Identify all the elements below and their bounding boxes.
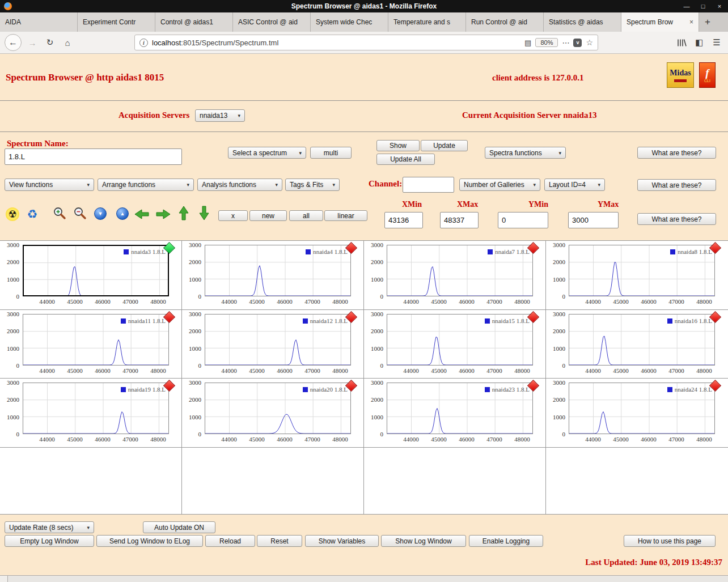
x-axis-label: 48000 [510, 436, 535, 443]
button-label: x [231, 212, 235, 220]
arrange-functions-dropdown[interactable]: Arrange functions▾ [98, 179, 194, 191]
minimize-button[interactable]: — [683, 3, 691, 10]
update-button[interactable]: Update [421, 140, 468, 151]
home-button[interactable]: ⌂ [61, 36, 74, 49]
reset-button[interactable]: Reset [257, 535, 302, 547]
linear-button[interactable]: linear [324, 210, 367, 221]
empty-log-window-button[interactable]: Empty Log Window [5, 535, 94, 547]
chart-cell-nnaida16[interactable]: 3000200010000nnaida16 1.8.L4400045000460… [546, 310, 728, 379]
legend-label: nnaida11 1.8.L [128, 317, 166, 324]
midas-logo-text: Midas [670, 69, 691, 78]
scroll-up-icon[interactable]: ▲ [116, 207, 129, 220]
acquisition-server-select[interactable]: nnaida13 ▾ [195, 109, 245, 122]
x-button[interactable]: x [218, 210, 248, 221]
tab-control-aidas1[interactable]: Control @ aidas1 [155, 12, 233, 32]
analysis-functions-dropdown[interactable]: Analysis functions▾ [197, 179, 282, 191]
how-to-use-button[interactable]: How to use this page [624, 535, 716, 547]
scroll-down-icon[interactable]: ▼ [94, 207, 107, 220]
move-right-icon[interactable] [155, 209, 171, 220]
multi-button[interactable]: multi [310, 147, 352, 159]
new-button[interactable]: new [249, 210, 287, 221]
what-are-these-button-3[interactable]: What are these? [637, 213, 716, 225]
zoom-in-icon[interactable] [52, 206, 67, 220]
radiation-icon[interactable]: ☢ [6, 207, 19, 221]
reader-mode-icon[interactable]: ▤ [524, 39, 531, 47]
chart-cell-nnaida4[interactable]: 3000200010000nnaida4 1.8.L44000450004600… [182, 241, 364, 310]
tab-close-icon[interactable]: × [689, 18, 693, 26]
menu-icon[interactable]: ☰ [710, 36, 723, 49]
ymax-input[interactable] [568, 212, 619, 228]
chart-cell-nnaida20[interactable]: 3000200010000nnaida20 1.8.L4400045000460… [182, 379, 364, 448]
update-rate-dropdown[interactable]: Update Rate (8 secs)▾ [5, 521, 94, 533]
tab-statistics-aidas[interactable]: Statistics @ aidas [544, 12, 621, 32]
legend-label: nnaida4 1.8.L [313, 248, 348, 255]
reload-button[interactable]: Reload [205, 535, 255, 547]
select-spectrum-dropdown[interactable]: Select a spectrum ▾ [228, 147, 306, 159]
all-button[interactable]: all [289, 210, 323, 221]
layout-id-dropdown[interactable]: Layout ID=4▾ [544, 179, 605, 191]
horizontal-scrollbar[interactable] [0, 575, 728, 582]
enable-logging-button[interactable]: Enable Logging [469, 535, 543, 547]
update-all-button[interactable]: Update All [376, 154, 435, 165]
tags-fits-dropdown[interactable]: Tags & Fits▾ [285, 179, 340, 191]
chart-cell-nnaida7[interactable]: 3000200010000nnaida7 1.8.L44000450004600… [364, 241, 546, 310]
what-are-these-button-1[interactable]: What are these? [637, 147, 716, 159]
tab-run-control-aid[interactable]: Run Control @ aid [466, 12, 544, 32]
legend-label: nnaida7 1.8.L [495, 248, 530, 255]
button-label: Send Log Window to ELog [109, 537, 190, 545]
pocket-icon[interactable]: v [573, 39, 582, 47]
chart-cell-nnaida3[interactable]: 3000200010000nnaida3 1.8.L44000450004600… [0, 241, 182, 310]
tab-temperature-and-s[interactable]: Temperature and s [388, 12, 466, 32]
show-variables-button[interactable]: Show Variables [305, 535, 379, 547]
chart-cell-nnaida8[interactable]: 3000200010000nnaida8 1.8.L44000450004600… [546, 241, 728, 310]
spectra-functions-dropdown[interactable]: Spectra functions ▾ [485, 147, 566, 159]
chart-cell-nnaida19[interactable]: 3000200010000nnaida19 1.8.L4400045000460… [0, 379, 182, 448]
tab-system-wide-chec[interactable]: System wide Chec [311, 12, 388, 32]
chart-cell-nnaida12[interactable]: 3000200010000nnaida12 1.8.L4400045000460… [182, 310, 364, 379]
tab-experiment-contr[interactable]: Experiment Contr [78, 12, 155, 32]
move-left-icon[interactable] [134, 209, 150, 220]
zoom-out-icon[interactable] [73, 206, 87, 220]
site-info-icon[interactable]: i [139, 39, 148, 47]
show-button[interactable]: Show [376, 140, 420, 151]
caret-icon: ▾ [598, 182, 600, 188]
view-functions-dropdown[interactable]: View functions▾ [5, 179, 94, 191]
tab-aida[interactable]: AIDA [0, 12, 78, 32]
forward-button[interactable]: → [26, 36, 39, 49]
tab-asic-control-aid[interactable]: ASIC Control @ aid [233, 12, 311, 32]
x-axis-label: 48000 [510, 298, 535, 305]
spectrum-name-input[interactable] [5, 148, 182, 165]
xmin-input[interactable] [384, 212, 423, 228]
close-button[interactable]: × [716, 3, 723, 10]
x-axis-label: 46000 [454, 298, 479, 305]
ymin-input[interactable] [498, 212, 548, 228]
chart-cell-nnaida24[interactable]: 3000200010000nnaida24 1.8.L4400045000460… [546, 379, 728, 448]
send-log-window-to-elog-button[interactable]: Send Log Window to ELog [96, 535, 203, 547]
recycle-icon[interactable]: ♻ [25, 207, 40, 222]
button-label: Reload [219, 537, 241, 545]
back-button[interactable]: ← [5, 34, 22, 51]
chart-cell-nnaida23[interactable]: 3000200010000nnaida23 1.8.L4400045000460… [364, 379, 546, 448]
number-of-galleries-dropdown[interactable]: Number of Galleries▾ [459, 179, 540, 191]
bookmark-star-icon[interactable]: ☆ [586, 38, 593, 47]
divider [0, 131, 728, 132]
maximize-button[interactable]: □ [699, 3, 707, 10]
chart-cell-nnaida15[interactable]: 3000200010000nnaida15 1.8.L4400045000460… [364, 310, 546, 379]
what-are-these-button-2[interactable]: What are these? [637, 179, 716, 191]
show-log-window-button[interactable]: Show Log Window [381, 535, 466, 547]
reload-button[interactable]: ↻ [43, 36, 57, 49]
channel-input[interactable] [403, 177, 454, 193]
chart-cell-nnaida11[interactable]: 3000200010000nnaida11 1.8.L4400045000460… [0, 310, 182, 379]
new-tab-button[interactable]: + [699, 12, 716, 32]
url-bar[interactable]: i localhost:8015/Spectrum/Spectrum.tml ▤… [134, 35, 598, 50]
url-text[interactable]: localhost:8015/Spectrum/Spectrum.tml [152, 39, 520, 47]
zoom-level-indicator[interactable]: 80% [535, 38, 558, 47]
move-down-icon[interactable] [198, 205, 210, 221]
page-actions-icon[interactable]: ⋯ [562, 39, 569, 47]
move-up-icon[interactable] [178, 205, 189, 221]
sidebar-icon[interactable]: ◧ [692, 36, 706, 49]
library-icon[interactable] [675, 36, 688, 49]
auto-update-button[interactable]: Auto Update ON [143, 521, 215, 533]
xmax-input[interactable] [440, 212, 479, 228]
tab-spectrum-brow[interactable]: Spectrum Brow× [621, 12, 699, 32]
